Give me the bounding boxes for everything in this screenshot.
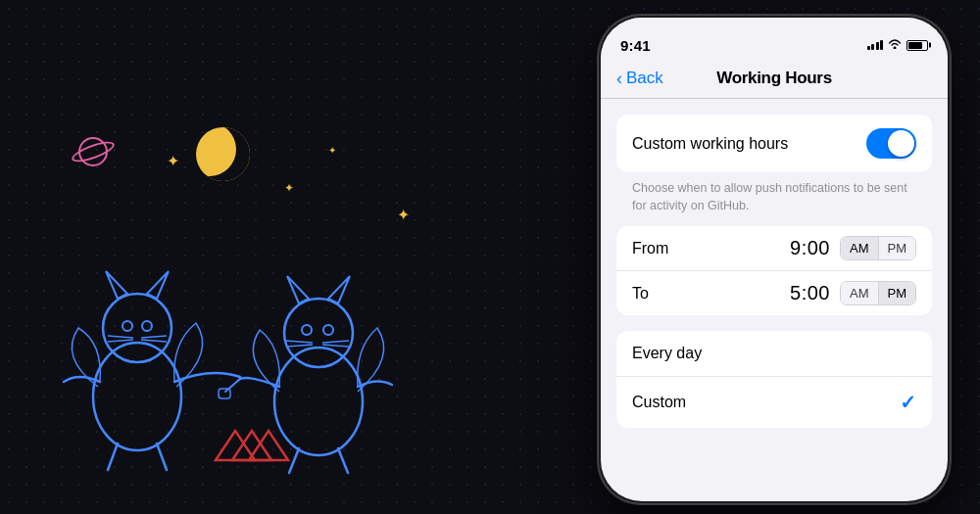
custom-row[interactable]: Custom ✓ [616, 377, 932, 428]
time-section: From 9:00 AM PM To 5:00 AM PM [616, 226, 932, 315]
planet-icon [78, 137, 108, 166]
moon-icon [196, 127, 250, 181]
cats-illustration [29, 201, 441, 475]
sparkle-icon: ✦ [284, 181, 294, 195]
signal-icon [867, 40, 884, 50]
iphone-screen: 9:41 [601, 18, 948, 501]
svg-point-10 [274, 348, 363, 455]
content-area: Custom working hours Choose when to allo… [601, 115, 948, 428]
every-day-row[interactable]: Every day [616, 331, 932, 377]
back-label: Back [626, 69, 663, 88]
wifi-icon [888, 38, 902, 52]
status-bar: 9:41 [601, 18, 948, 61]
back-button[interactable]: ‹ Back [616, 69, 663, 88]
svg-line-8 [141, 336, 167, 338]
svg-line-6 [108, 336, 133, 338]
svg-point-5 [142, 321, 152, 331]
toggle-knob [888, 130, 914, 157]
sparkle-icon: ✦ [328, 145, 336, 156]
to-label: To [632, 285, 790, 303]
sparkle-icon: ✦ [167, 152, 179, 170]
every-day-label: Every day [632, 345, 916, 362]
svg-point-15 [323, 325, 333, 335]
from-am-button[interactable]: AM [841, 237, 878, 259]
svg-marker-13 [328, 276, 350, 304]
schedule-section: Every day Custom ✓ [616, 331, 932, 428]
to-pm-button[interactable]: PM [878, 282, 916, 304]
svg-point-14 [302, 325, 312, 335]
svg-line-7 [108, 340, 133, 342]
iphone-device: 9:41 [598, 15, 951, 504]
svg-point-11 [284, 299, 353, 367]
svg-line-9 [141, 340, 167, 342]
from-label: From [632, 240, 790, 257]
description-text: Choose when to allow push notifications … [601, 172, 948, 226]
from-row: From 9:00 AM PM [616, 226, 932, 271]
status-time: 9:41 [620, 37, 651, 54]
from-time: 9:00 [790, 237, 830, 259]
to-am-button[interactable]: AM [841, 282, 878, 304]
to-row: To 5:00 AM PM [616, 271, 932, 315]
nav-bar: ‹ Back Working Hours [601, 61, 948, 99]
custom-label: Custom [632, 394, 900, 411]
working-hours-toggle[interactable] [866, 128, 916, 159]
toggle-row: Custom working hours [616, 115, 932, 172]
svg-line-17 [286, 345, 313, 347]
svg-marker-3 [147, 271, 169, 299]
status-icons [867, 38, 929, 52]
svg-line-16 [286, 341, 313, 343]
svg-point-1 [103, 294, 172, 362]
battery-icon [906, 40, 928, 51]
toggle-label: Custom working hours [632, 135, 788, 153]
svg-marker-12 [287, 276, 309, 304]
checkmark-icon: ✓ [900, 391, 916, 414]
back-chevron-icon: ‹ [616, 70, 622, 87]
nav-title: Working Hours [716, 69, 832, 88]
svg-point-4 [122, 321, 132, 331]
svg-marker-2 [106, 271, 127, 299]
from-ampm-group: AM PM [840, 236, 916, 260]
to-ampm-group: AM PM [840, 281, 916, 305]
to-time: 5:00 [790, 282, 830, 304]
illustration-area: ✦ ✦ ✦ ✦ [0, 0, 490, 514]
from-pm-button[interactable]: PM [878, 237, 916, 259]
svg-point-0 [93, 343, 181, 450]
svg-line-20 [225, 379, 240, 392]
svg-line-19 [322, 345, 349, 347]
iphone-frame: 9:41 [598, 15, 951, 504]
svg-line-18 [322, 341, 349, 343]
